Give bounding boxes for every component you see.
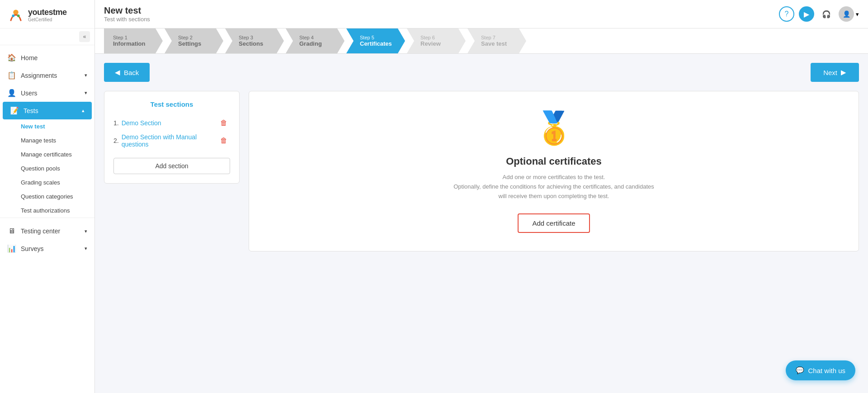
home-icon: 🏠 <box>7 53 16 62</box>
test-authorizations-label: Test authorizations <box>21 207 70 214</box>
back-arrow-icon: ◀ <box>115 68 120 76</box>
content-area: ◀ Back Next ▶ Test sections 1. Demo Sect… <box>95 54 868 393</box>
surveys-icon: 📊 <box>7 244 16 253</box>
section-item-2: 2. Demo Section with Manual questions 🗑 <box>113 131 230 151</box>
step3-number: Step 3 <box>239 35 263 40</box>
sidebar-sub-manage-tests[interactable]: Manage tests <box>0 133 94 147</box>
step1-label: Information <box>113 40 146 47</box>
headset-icon: 🎧 <box>822 10 831 19</box>
step3-label: Sections <box>239 40 263 47</box>
sections-title: Test sections <box>113 100 230 108</box>
sidebar: youtestme GetCertified « 🏠 Home 📋 Assign… <box>0 0 95 393</box>
wizard-step-6[interactable]: Step 6 Review <box>407 28 466 53</box>
sidebar-label-assignments: Assignments <box>21 72 80 79</box>
wizard-step-3[interactable]: Step 3 Sections <box>225 28 284 53</box>
page-title: New test <box>104 5 150 16</box>
svg-point-0 <box>13 10 18 15</box>
sidebar-label-tests: Tests <box>24 107 77 114</box>
chat-button[interactable]: 💬 Chat with us <box>786 360 855 380</box>
wizard-step-4[interactable]: Step 4 Grading <box>286 28 344 53</box>
chat-icon: 💬 <box>796 366 804 374</box>
step5-label: Certificates <box>360 40 392 47</box>
section-list: 1. Demo Section 🗑 2. Demo Section with M… <box>113 115 230 151</box>
avatar-icon: 👤 <box>843 10 850 18</box>
medal-icon: 🥇 <box>534 109 574 147</box>
users-arrow-icon: ▾ <box>85 90 87 96</box>
headset-button[interactable]: 🎧 <box>819 6 834 22</box>
nav-buttons: ◀ Back Next ▶ <box>104 63 859 82</box>
users-icon: 👤 <box>7 89 16 97</box>
assignments-icon: 📋 <box>7 71 16 80</box>
sidebar-sub-new-test[interactable]: New test <box>0 119 94 133</box>
play-icon: ▶ <box>804 10 809 19</box>
back-button[interactable]: ◀ Back <box>104 63 150 82</box>
question-categories-label: Question categories <box>21 193 73 200</box>
delete-section-2-button[interactable]: 🗑 <box>217 136 230 146</box>
page-title-block: New test Test with sections <box>104 5 150 23</box>
sidebar-sub-test-authorizations[interactable]: Test authorizations <box>0 204 94 218</box>
delete-section-1-button[interactable]: 🗑 <box>217 118 230 128</box>
play-button[interactable]: ▶ <box>799 6 814 22</box>
sidebar-item-assignments[interactable]: 📋 Assignments ▾ <box>0 66 94 84</box>
new-test-label: New test <box>21 123 45 130</box>
section-item-1: 1. Demo Section 🗑 <box>113 115 230 131</box>
sections-panel: Test sections 1. Demo Section 🗑 2. Demo … <box>104 91 240 184</box>
next-arrow-icon: ▶ <box>841 68 846 76</box>
app-subtitle: GetCertified <box>28 17 67 22</box>
wizard-step-7[interactable]: Step 7 Save test <box>467 28 526 53</box>
collapse-sidebar-button[interactable]: « <box>79 31 90 42</box>
help-icon: ? <box>785 10 789 18</box>
step7-number: Step 7 <box>481 35 507 40</box>
sidebar-item-tests[interactable]: 📝 Tests ▴ <box>3 102 92 119</box>
sidebar-sub-manage-certificates[interactable]: Manage certificates <box>0 147 94 161</box>
wizard-step-1[interactable]: Step 1 Information <box>104 28 163 53</box>
step2-label: Settings <box>178 40 201 47</box>
logo-area: youtestme GetCertified <box>0 0 94 28</box>
step2-number: Step 2 <box>178 35 201 40</box>
sidebar-item-users[interactable]: 👤 Users ▾ <box>0 84 94 102</box>
sidebar-sub-grading-scales[interactable]: Grading scales <box>0 175 94 189</box>
logo-icon <box>7 6 24 24</box>
chat-label: Chat with us <box>808 367 845 374</box>
two-column-layout: Test sections 1. Demo Section 🗑 2. Demo … <box>104 91 859 251</box>
manage-certificates-label: Manage certificates <box>21 151 72 158</box>
main-content: New test Test with sections ? ▶ 🎧 👤 ▾ <box>95 0 868 393</box>
question-pools-label: Question pools <box>21 165 60 172</box>
avatar-button[interactable]: 👤 ▾ <box>839 6 859 22</box>
add-certificate-button[interactable]: Add certificate <box>518 213 590 233</box>
sidebar-item-home[interactable]: 🏠 Home <box>0 49 94 66</box>
section-1-link[interactable]: Demo Section <box>122 119 161 127</box>
step4-label: Grading <box>299 40 322 47</box>
section-1-number: 1. <box>113 119 119 127</box>
sidebar-item-surveys[interactable]: 📊 Surveys ▾ <box>0 240 94 257</box>
testing-center-arrow-icon: ▾ <box>85 228 87 234</box>
sidebar-sub-question-categories[interactable]: Question categories <box>0 189 94 204</box>
wizard-step-5[interactable]: Step 5 Certificates <box>346 28 405 53</box>
section-2-number: 2. <box>113 137 119 144</box>
wizard-step-2[interactable]: Step 2 Settings <box>165 28 223 53</box>
tests-icon: 📝 <box>10 106 19 115</box>
step6-number: Step 6 <box>420 35 441 40</box>
svg-point-1 <box>12 14 14 17</box>
grading-scales-label: Grading scales <box>21 179 60 186</box>
section-item-2-left: 2. Demo Section with Manual questions <box>113 133 217 148</box>
back-label: Back <box>124 69 139 76</box>
top-header: New test Test with sections ? ▶ 🎧 👤 ▾ <box>95 0 868 28</box>
avatar-chevron-icon: ▾ <box>856 11 859 18</box>
section-item-1-left: 1. Demo Section <box>113 119 161 127</box>
cert-description: Add one or more certificates to the test… <box>450 173 658 201</box>
testing-center-icon: 🖥 <box>7 227 16 235</box>
sidebar-item-testing-center[interactable]: 🖥 Testing center ▾ <box>0 223 94 240</box>
sidebar-label-home: Home <box>21 54 87 62</box>
tests-arrow-icon: ▴ <box>82 108 85 114</box>
sidebar-label-testing-center: Testing center <box>21 227 80 235</box>
surveys-arrow-icon: ▾ <box>85 246 87 251</box>
next-button[interactable]: Next ▶ <box>811 63 859 82</box>
svg-point-2 <box>17 14 20 17</box>
sidebar-sub-question-pools[interactable]: Question pools <box>0 161 94 175</box>
certificate-panel: 🥇 Optional certificates Add one or more … <box>249 91 859 251</box>
add-section-button[interactable]: Add section <box>113 158 230 174</box>
wizard-bar: Step 1 Information Step 2 Settings Step … <box>95 28 868 54</box>
section-2-link[interactable]: Demo Section with Manual questions <box>122 133 217 148</box>
help-button[interactable]: ? <box>779 6 794 22</box>
